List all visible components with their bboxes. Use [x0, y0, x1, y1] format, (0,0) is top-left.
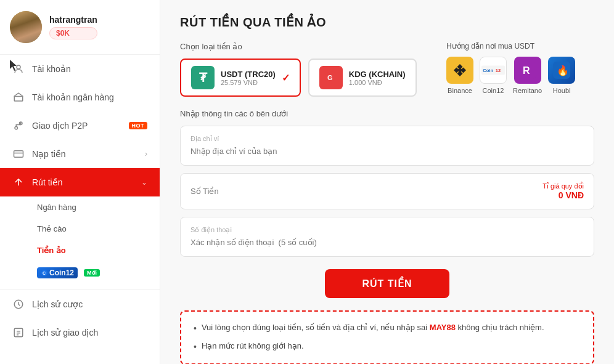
crypto-left: Chọn loại tiền ảo ₮ USDT (TRC20) 25.579 … — [180, 42, 446, 97]
sub-nav: Ngân hàng Thẻ cào Tiền ảo C Coin12 Mới — [0, 196, 160, 285]
notice-box: • Vui lòng chọn đúng loại tiền, số tiền … — [180, 310, 594, 364]
brand-highlight: MAY88 — [430, 323, 456, 332]
svg-point-2 — [15, 127, 18, 130]
usdt-icon: ₮ — [191, 66, 215, 89]
sidebar-item-label: Nạp tiền — [32, 149, 137, 159]
wallet-address-field: Địa chỉ ví — [180, 126, 594, 166]
crypto-section: Chọn loại tiền ảo ₮ USDT (TRC20) 25.579 … — [180, 42, 594, 97]
sidebar-item-nap-tien[interactable]: Nạp tiền › — [0, 140, 160, 168]
svg-text:Coin: Coin — [483, 68, 493, 73]
svg-rect-4 — [14, 151, 23, 158]
sidebar-item-lich-su-giao-dich[interactable]: Lịch sử giao dịch — [0, 318, 160, 347]
crypto-name: KDG (KCHAIN) — [349, 70, 406, 79]
crypto-info: USDT (TRC20) 25.579 VNĐ — [221, 70, 276, 86]
sidebar-item-label: Rút tiền — [32, 177, 134, 187]
svg-marker-19 — [457, 68, 463, 73]
phone-field: Số điện thoại — [180, 217, 594, 257]
avatar — [10, 11, 42, 43]
remitano-logo: R — [514, 57, 541, 84]
guide-label: Hướng dẫn nơi mua USDT — [446, 42, 594, 51]
svg-text:C: C — [43, 271, 46, 275]
sidebar-item-rut-tien[interactable]: Rút tiền ⌄ — [0, 168, 160, 196]
new-badge: Mới — [84, 269, 100, 277]
sub-nav-label: Ngân hàng — [37, 203, 76, 212]
exchange-item-houbi[interactable]: 🔥 Houbi — [548, 57, 575, 94]
notice-item-2: • Hạn mức rút không giới hạn. — [194, 340, 581, 354]
transaction-icon — [12, 326, 25, 339]
rate-info: Tỉ giá quy đổi 0 VNĐ — [542, 182, 584, 200]
exchange-name: Remitano — [513, 87, 542, 94]
withdraw-icon — [12, 176, 25, 188]
amount-row: Tỉ giá quy đổi 0 VNĐ — [190, 182, 584, 200]
coin12-logo-mini: C Coin12 — [37, 267, 78, 278]
sidebar-item-label: Lịch sử cược — [32, 299, 147, 309]
exchange-rate-value: 0 VNĐ — [542, 190, 584, 200]
sidebar-item-label: Giao dịch P2P — [32, 121, 119, 131]
chevron-right-icon: › — [145, 150, 147, 158]
exchange-item-remitano[interactable]: R Remitano — [513, 57, 542, 94]
main-content: RÚT TIỀN QUA TIỀN ẢO Chọn loại tiền ảo ₮… — [160, 0, 614, 364]
exchange-item-binance[interactable]: Binance — [446, 57, 473, 94]
person-icon — [12, 63, 25, 75]
sub-nav-item-ngan-hang[interactable]: Ngân hàng — [32, 196, 160, 218]
wallet-address-label: Địa chỉ ví — [190, 135, 584, 143]
bullet-icon: • — [194, 341, 197, 354]
houbi-logo: 🔥 — [548, 57, 575, 84]
crypto-card-kdg[interactable]: G KDG (KCHAIN) 1.000 VNĐ — [308, 59, 417, 97]
page-title: RÚT TIỀN QUA TIỀN ẢO — [180, 15, 594, 30]
phone-label: Số điện thoại — [190, 226, 584, 234]
sub-nav-item-coin12[interactable]: C Coin12 Mới — [32, 261, 160, 285]
sidebar-item-tai-khoan-ngan-hang[interactable]: Tài khoản ngân hàng — [0, 83, 160, 111]
sidebar-item-lich-su-cuoc[interactable]: Lịch sử cược — [0, 290, 160, 318]
history-icon — [12, 298, 25, 310]
crypto-price: 25.579 VNĐ — [221, 79, 276, 86]
crypto-price: 1.000 VNĐ — [349, 79, 406, 86]
exchange-rate-label: Tỉ giá quy đổi — [542, 182, 584, 190]
guide-section: Hướng dẫn nơi mua USDT Binance Coin12 Co… — [446, 42, 594, 94]
form-section: Nhập thông tin các ô bên dưới Địa chỉ ví… — [180, 109, 594, 257]
crypto-options: ₮ USDT (TRC20) 25.579 VNĐ ✓ G KDG (KCHAI… — [180, 59, 446, 97]
chevron-down-icon: ⌄ — [141, 178, 147, 187]
svg-point-0 — [17, 65, 20, 69]
sidebar-item-label: Tài khoản ngân hàng — [32, 92, 147, 102]
bullet-icon: • — [194, 322, 197, 335]
amount-field: Tỉ giá quy đổi 0 VNĐ — [180, 173, 594, 209]
p2p-icon — [12, 119, 25, 132]
binance-logo — [446, 57, 473, 84]
sidebar-item-tai-khoan[interactable]: Tài khoản — [0, 55, 160, 83]
user-profile: hatrangtran $0K — [0, 0, 160, 55]
deposit-icon — [12, 148, 25, 160]
exchange-name: Houbi — [553, 87, 571, 94]
crypto-name: USDT (TRC20) — [221, 70, 276, 79]
bank-icon — [12, 91, 25, 103]
amount-input[interactable] — [190, 187, 542, 196]
sidebar: hatrangtran $0K Tài khoản Tài khoản ngân… — [0, 0, 160, 364]
svg-text:🔥: 🔥 — [557, 65, 569, 76]
exchange-name: Coin12 — [483, 87, 504, 94]
sidebar-item-label: Tài khoản — [32, 64, 147, 74]
sidebar-item-giao-dich-p2p[interactable]: Giao dịch P2P HOT — [0, 111, 160, 140]
form-label: Nhập thông tin các ô bên dưới — [180, 109, 594, 118]
notice-text-1: Vui lòng chọn đúng loại tiền, số tiền và… — [202, 322, 544, 334]
wallet-address-input[interactable] — [190, 147, 584, 156]
svg-text:G: G — [327, 74, 333, 81]
svg-text:12: 12 — [496, 68, 501, 73]
hot-badge: HOT — [129, 122, 148, 129]
sub-nav-item-the-cao[interactable]: Thẻ cào — [32, 218, 160, 240]
exchange-name: Binance — [448, 87, 472, 94]
choose-label: Chọn loại tiền ảo — [180, 42, 446, 51]
crypto-info: KDG (KCHAIN) 1.000 VNĐ — [349, 70, 406, 86]
balance-badge: $0K — [49, 27, 97, 39]
exchange-item-coin12[interactable]: Coin12 Coin12 — [480, 57, 507, 94]
sub-nav-label: Thẻ cào — [37, 224, 67, 233]
phone-input[interactable] — [190, 238, 584, 247]
submit-button[interactable]: RÚT TIỀN — [325, 269, 449, 298]
sub-nav-label: Tiền ảo — [37, 246, 66, 255]
coin12-exchange-logo: Coin12 — [480, 57, 507, 84]
svg-rect-1 — [14, 97, 23, 102]
crypto-card-usdt[interactable]: ₮ USDT (TRC20) 25.579 VNĐ ✓ — [180, 59, 301, 97]
notice-text-2: Hạn mức rút không giới hạn. — [202, 340, 304, 352]
sub-nav-item-tien-ao[interactable]: Tiền ảo — [32, 240, 160, 261]
kdg-icon: G — [319, 66, 343, 89]
sidebar-item-label: Lịch sử giao dịch — [32, 328, 147, 338]
